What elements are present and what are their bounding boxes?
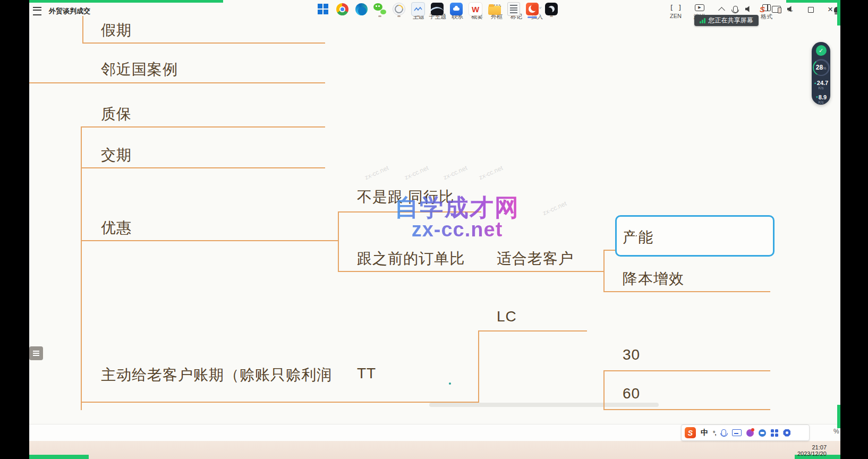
running-indicator bbox=[436, 15, 439, 17]
hamburger-menu-icon[interactable] bbox=[33, 7, 41, 15]
mindmap-app-icon bbox=[526, 3, 539, 15]
node-compare-previous-orders[interactable]: 跟之前的订单比 bbox=[357, 249, 465, 269]
chinese-mode-icon[interactable]: 中 bbox=[701, 428, 708, 438]
restore-button[interactable] bbox=[805, 4, 816, 15]
taskbar-cloud-app[interactable] bbox=[449, 2, 464, 16]
node-cost-reduction[interactable]: 降本增效 bbox=[623, 269, 684, 289]
download-speed: ▼8.9 K/s bbox=[815, 94, 827, 105]
node-credit-terms[interactable]: 主动给老客户账期（赊账只赊利润 bbox=[101, 365, 332, 385]
taskbar-file-explorer[interactable] bbox=[487, 2, 502, 16]
assistant-icon[interactable] bbox=[759, 429, 766, 437]
soft-keyboard-icon[interactable] bbox=[732, 429, 742, 436]
screen-share-tooltip: 您正在共享屏幕 bbox=[694, 15, 759, 26]
running-indicator bbox=[512, 15, 515, 17]
sogou-tray-icon: S bbox=[760, 5, 765, 14]
branch-line bbox=[81, 240, 338, 241]
branch-line bbox=[603, 250, 605, 292]
tray-volume[interactable] bbox=[783, 2, 798, 16]
speaker-icon bbox=[745, 6, 752, 13]
share-border-segment bbox=[29, 455, 89, 459]
node-holiday[interactable]: 假期 bbox=[101, 20, 132, 40]
taskbar-moon-app[interactable] bbox=[544, 2, 559, 16]
watermark-faint: zx-cc.net bbox=[541, 200, 568, 217]
node-neighbor-country-case[interactable]: 邻近国案例 bbox=[101, 60, 178, 80]
taskbar-dark-app[interactable] bbox=[430, 2, 445, 16]
taskbar-edge[interactable] bbox=[354, 2, 369, 16]
watermark: 自学成才网 zx-cc.net bbox=[395, 196, 520, 240]
branch-line bbox=[603, 291, 770, 292]
watermark-faint: zx-cc.net bbox=[363, 164, 390, 181]
tray-time: 21:07 bbox=[794, 444, 827, 450]
taskbar-chrome[interactable] bbox=[335, 2, 350, 16]
tray-cast[interactable] bbox=[769, 2, 784, 16]
wps-icon: W bbox=[469, 2, 482, 16]
running-indicator bbox=[416, 15, 420, 17]
branch-line bbox=[29, 82, 325, 83]
taskbar-browser[interactable] bbox=[392, 2, 406, 16]
shared-screen: 外贸谈判成交 主题 子主题 联系 } 概要 外框 ☆ 标记 +v 插入 bbox=[29, 0, 840, 459]
running-indicator bbox=[455, 15, 458, 17]
taskbar-wechat[interactable] bbox=[372, 2, 387, 16]
signal-bars-icon bbox=[700, 18, 705, 23]
branch-line bbox=[81, 126, 325, 128]
sogou-logo-icon[interactable]: S bbox=[685, 427, 696, 438]
settings-icon[interactable] bbox=[783, 429, 790, 437]
node-30[interactable]: 30 bbox=[623, 346, 640, 363]
punctuation-icon[interactable]: °, bbox=[713, 430, 716, 436]
taskbar-wps[interactable]: W bbox=[468, 2, 483, 16]
branch-line bbox=[82, 16, 83, 44]
tray-expand-button[interactable] bbox=[714, 2, 729, 16]
skin-icon[interactable] bbox=[746, 429, 754, 437]
windows-logo-icon bbox=[318, 4, 328, 14]
branch-line bbox=[81, 402, 479, 403]
branch-line bbox=[338, 211, 339, 272]
taskbar-notes[interactable] bbox=[506, 2, 521, 16]
branch-line bbox=[82, 42, 325, 44]
horizontal-scrollbar[interactable] bbox=[429, 403, 659, 407]
start-button[interactable] bbox=[316, 2, 330, 16]
share-border-segment bbox=[837, 0, 840, 26]
node-warranty[interactable]: 质保 bbox=[101, 104, 132, 124]
watermark-faint: zx-cc.net bbox=[478, 164, 504, 181]
running-indicator bbox=[378, 15, 381, 17]
branch-line bbox=[478, 330, 587, 332]
cast-icon bbox=[772, 6, 781, 13]
list-icon bbox=[33, 353, 39, 354]
node-delivery-time[interactable]: 交期 bbox=[101, 145, 132, 165]
toolbar-zen-button[interactable]: [ ] ZEN bbox=[665, 3, 686, 19]
upload-speed: ▲24.7 K/s bbox=[814, 80, 828, 90]
node-suit-old-customers[interactable]: 适合老客户 bbox=[497, 249, 574, 269]
notes-icon bbox=[507, 2, 520, 16]
present-play-icon: ▶ bbox=[689, 3, 710, 12]
watermark-faint: zx-cc.net bbox=[403, 164, 430, 181]
branch-line bbox=[603, 370, 605, 410]
active-app-indicator bbox=[527, 16, 537, 18]
sogou-input-bar[interactable]: S 中 °, bbox=[681, 424, 810, 441]
tray-audio-device[interactable] bbox=[741, 2, 756, 16]
node-60[interactable]: 60 bbox=[623, 385, 640, 402]
voice-input-icon[interactable] bbox=[721, 429, 726, 436]
branch-line bbox=[603, 409, 770, 410]
taskbar-task-manager[interactable] bbox=[411, 2, 426, 16]
running-indicator bbox=[474, 15, 477, 17]
taskbar-mindmap-app-active[interactable] bbox=[524, 1, 541, 17]
clock[interactable]: 21:07 2023/12/20 bbox=[794, 444, 827, 457]
branch-line bbox=[478, 330, 479, 403]
tray-microphone[interactable] bbox=[728, 2, 743, 16]
cloud-drive-icon bbox=[450, 3, 463, 15]
outline-toggle-button[interactable] bbox=[29, 346, 43, 360]
volume-icon bbox=[787, 6, 794, 13]
chevron-up-icon bbox=[718, 7, 725, 14]
node-tt[interactable]: TT bbox=[357, 365, 376, 382]
zen-brackets-icon: [ ] bbox=[665, 3, 686, 12]
watermark-title: 自学成才网 bbox=[395, 196, 520, 219]
share-border-segment bbox=[29, 0, 223, 3]
tray-sogou[interactable]: S bbox=[755, 2, 770, 16]
node-lc[interactable]: LC bbox=[497, 308, 517, 325]
node-discount[interactable]: 优惠 bbox=[101, 218, 132, 238]
net-speed-widget[interactable]: ✓ 28% ▲24.7 K/s ▼8.9 K/s bbox=[812, 42, 830, 105]
video-editor-icon bbox=[431, 3, 444, 15]
branch-line bbox=[81, 167, 325, 168]
toolbox-icon[interactable] bbox=[771, 429, 778, 437]
branch-line bbox=[81, 126, 82, 410]
